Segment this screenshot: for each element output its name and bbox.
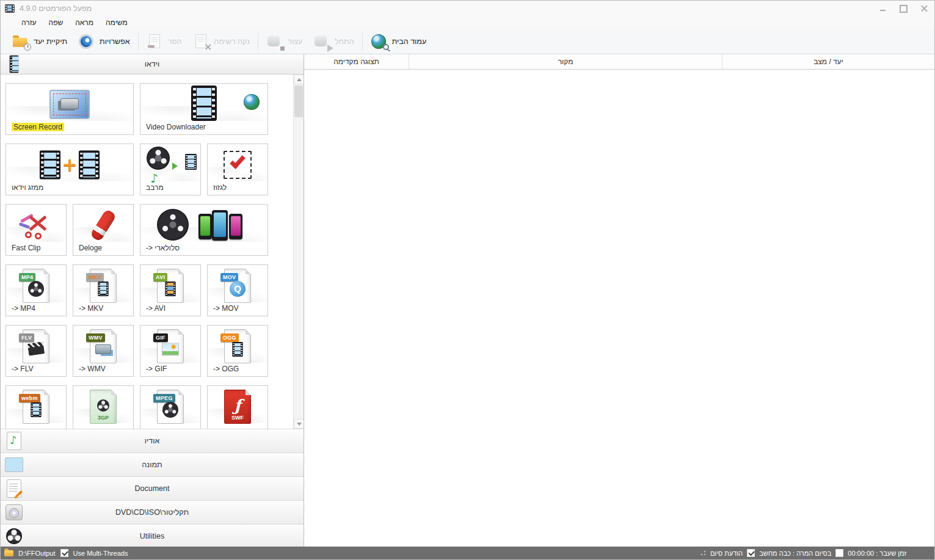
card-to-gif[interactable]: GIF-> GIF	[140, 325, 201, 377]
card-clip[interactable]: לגזוז	[207, 144, 268, 195]
card-to-wmv[interactable]: WMV-> WMV	[73, 325, 134, 377]
card-label-to-mkv: -> MKV	[79, 304, 103, 313]
card-label-to-wmv: -> WMV	[79, 365, 106, 373]
to-3gp-icon: 3GP	[73, 388, 133, 425]
sidebar-tab-utilities[interactable]: Utilities	[1, 524, 304, 548]
to-mov-icon: MOVQ	[208, 267, 267, 304]
card-screen-record[interactable]: Screen Record	[5, 83, 134, 135]
scrollbar[interactable]	[293, 75, 304, 429]
menu-item-help[interactable]: עזרה	[15, 16, 43, 29]
task-table-body[interactable]	[304, 70, 934, 548]
menu-item-skin[interactable]: מראה	[69, 16, 100, 29]
card-to-3gp[interactable]: 3GP	[73, 385, 134, 429]
menu-item-language[interactable]: שפה	[43, 16, 70, 29]
card-label-to-gif: -> GIF	[146, 365, 167, 373]
scrollbar-thumb[interactable]	[294, 85, 303, 117]
card-to-mp4[interactable]: MP4-> MP4	[5, 264, 67, 316]
output-folder-button[interactable]: תיקיית יעד	[7, 32, 73, 51]
scroll-up-icon[interactable]	[294, 75, 304, 84]
minimize-button-icon[interactable]	[872, 1, 893, 16]
to-gif-icon: GIF	[140, 328, 200, 365]
to-mpeg-icon: MPEG	[140, 388, 200, 425]
remove-file-icon	[147, 34, 164, 49]
output-path[interactable]: D:\FFOutput	[18, 550, 56, 557]
card-label-to-avi: -> AVI	[146, 304, 166, 313]
to-wmv-icon: WMV	[73, 328, 133, 365]
category-tabs: ♪אודיותמונהDocumentתקליטור\DVD\CD\ISOUti…	[1, 429, 304, 548]
mobile-devices-icon	[140, 207, 267, 244]
sidebar-tab-image[interactable]: תמונה	[1, 453, 304, 476]
card-to-webm[interactable]: webm	[5, 385, 67, 429]
card-to-avi[interactable]: AVI-> AVI	[140, 264, 201, 316]
card-to-mpeg[interactable]: MPEG	[140, 385, 201, 429]
sidebar-tab-label-audio: אודיו	[145, 437, 160, 445]
video-downloader-icon: ↓	[140, 86, 267, 123]
column-header-1[interactable]: מקור	[409, 54, 722, 69]
shutdown-checkbox[interactable]	[835, 549, 843, 557]
output-folder-label: תיקיית יעד	[34, 37, 67, 46]
home-label: עמוד הבית	[392, 37, 427, 46]
home-button[interactable]: עמוד הבית	[365, 32, 432, 51]
card-to-flv[interactable]: FLV-> FLV	[5, 325, 67, 377]
toolbar-separator	[138, 33, 139, 50]
start-button[interactable]: התחל	[308, 32, 359, 51]
resize-grip-icon	[700, 550, 706, 556]
card-to-mov[interactable]: MOVQ-> MOV	[207, 264, 268, 316]
to-swf-icon: ƒSWF	[208, 388, 267, 425]
card-to-swf[interactable]: ƒSWF	[207, 385, 268, 429]
card-label-to-ogg: -> OGG	[213, 365, 239, 373]
card-muxer[interactable]: ♪מרבב	[140, 144, 201, 195]
clear-list-icon: ×	[193, 34, 210, 49]
card-video-merger[interactable]: +ממזג וידאו	[5, 144, 134, 195]
card-label-to-mov: -> MOV	[213, 304, 239, 313]
scroll-down-icon[interactable]	[294, 419, 304, 429]
screen-record-icon	[6, 86, 133, 123]
card-label-video-downloader: Video Downloader	[146, 123, 206, 131]
notify-end-label[interactable]: הודעת סיום	[710, 550, 743, 557]
sidebar: וידאו Screen Record↓Video Downloader+ממז…	[1, 54, 304, 548]
to-webm-icon: webm	[6, 388, 66, 425]
sidebar-tab-label-document: Document	[135, 484, 170, 493]
to-ogg-icon: OGG	[208, 328, 267, 365]
menu-item-task[interactable]: משימה	[100, 16, 134, 29]
card-to-ogg[interactable]: OGG-> OGG	[207, 325, 268, 377]
multithreads-label[interactable]: Use Multi-Threads	[73, 550, 128, 557]
card-label-deloge: Deloge	[79, 244, 102, 252]
app-window: מפעל הפורמטים 4.9.0 עזרהשפהמראהמשימה תיק…	[0, 0, 935, 560]
sidebar-tab-audio[interactable]: ♪אודיו	[1, 429, 304, 453]
task-table-header: תצוגה מקדימהמקוריעד / מצב	[304, 54, 934, 70]
sidebar-tab-label-disc: תקליטור\DVD\CD\ISO	[115, 508, 189, 517]
clear-list-button[interactable]: ×נקה רשימה	[187, 32, 256, 51]
muxer-icon: ♪	[140, 147, 200, 183]
remove-button[interactable]: הסר	[141, 32, 187, 51]
close-button-icon[interactable]	[914, 1, 934, 16]
maximize-button-icon[interactable]	[893, 1, 914, 16]
toolbar-separator	[258, 33, 258, 50]
card-video-downloader[interactable]: ↓Video Downloader	[140, 83, 268, 135]
shutdown-label[interactable]: בסיום המרה : כבה מחשב	[759, 550, 831, 557]
start-icon	[313, 34, 330, 49]
sidebar-tab-disc[interactable]: תקליטור\DVD\CD\ISO	[1, 500, 304, 524]
card-deloge[interactable]: Deloge	[73, 204, 134, 256]
column-header-2[interactable]: יעד / מצב	[722, 54, 934, 69]
column-header-0[interactable]: תצוגה מקדימה	[304, 54, 409, 69]
card-to-mkv[interactable]: MKV-> MKV	[73, 264, 134, 316]
options-gear-icon	[78, 34, 95, 49]
main-area: וידאו Screen Record↓Video Downloader+ממז…	[1, 54, 934, 548]
sidebar-tab-video[interactable]: וידאו	[1, 54, 304, 75]
card-fast-clip[interactable]: Fast Clip	[5, 204, 67, 256]
sidebar-tab-label: וידאו	[145, 60, 160, 68]
video-merger-icon: +	[6, 147, 133, 183]
options-button[interactable]: אפשרויות	[73, 32, 136, 51]
statusbar-left: D:\FFOutput Use Multi-Threads	[4, 549, 128, 557]
card-label-video-merger: ממזג וידאו	[12, 183, 43, 192]
card-label-to-mobile: -> סלולארי	[146, 244, 180, 252]
toolbar: תיקיית יעדאפשרויותהסר×נקה רשימהעצורהתחלע…	[1, 29, 934, 54]
notify-end-checkbox[interactable]	[747, 549, 755, 557]
stop-button[interactable]: עצור	[261, 32, 308, 51]
sidebar-tab-document[interactable]: Document	[1, 476, 304, 500]
card-to-mobile[interactable]: -> סלולארי	[140, 204, 268, 256]
sidebar-tab-label-utilities: Utilities	[140, 532, 164, 540]
multithreads-checkbox[interactable]	[60, 549, 68, 557]
options-label: אפשרויות	[100, 37, 130, 46]
